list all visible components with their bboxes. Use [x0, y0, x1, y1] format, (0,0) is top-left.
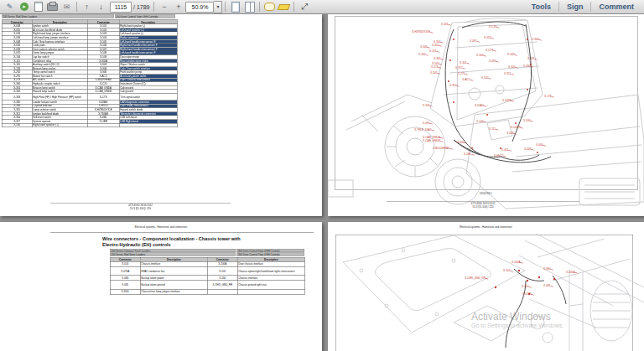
- connector-label: X-308: [532, 38, 539, 40]
- connector-label: X-330: [523, 65, 531, 67]
- model-bar-row: 200 Series Skid Steer Loaders200 Drive C…: [2, 15, 175, 18]
- section-title-line2: Electro-Hydraulic (EH) controls: [102, 242, 312, 248]
- connector-label: X-320: [508, 65, 516, 68]
- connector-label: X-074B: [522, 292, 532, 295]
- page-down-icon: ↓: [99, 3, 103, 11]
- description-cell: Right-hand speaker (+): [32, 123, 87, 127]
- connector-code-cell: X-074A: [110, 266, 140, 276]
- plus-icon: +: [176, 3, 180, 11]
- tab-sign[interactable]: Sign: [558, 2, 591, 12]
- description-cell: [237, 289, 304, 294]
- print-icon[interactable]: [46, 1, 59, 13]
- connector-label: X-HVC1: [494, 154, 504, 157]
- connector-label: X-306: [420, 45, 428, 48]
- connector-label: X-014: [522, 285, 529, 287]
- model-bars: 200 Series Skid Steer Loaders200 Drive C…: [2, 15, 175, 19]
- highlight-button[interactable]: [278, 1, 290, 13]
- description-cell: Chassis option/right-hand boom lights in…: [237, 266, 304, 276]
- two-page-view-button[interactable]: [243, 1, 256, 13]
- connector-label: X-505: [430, 71, 438, 74]
- single-page-view-icon: [231, 2, 240, 13]
- connector-code-cell: X-CHS_GND_RR: [207, 281, 237, 290]
- page-footer: 47714580 19/11/2012 55.3 [55.100] / 219: [50, 203, 231, 210]
- send-icon[interactable]: ➤: [18, 1, 30, 13]
- model-bar-right: 200 Drive Control Type 4 EH Controls: [236, 249, 304, 252]
- toolbar-separator: [153, 2, 154, 12]
- page-component-localization: Electrical systems - Harnesses and conne…: [0, 222, 322, 351]
- connector-label: X-316: [423, 104, 430, 106]
- pencil-icon: ✎: [7, 3, 13, 11]
- connector-label: X-506: [523, 119, 531, 121]
- description-cell: Chassis ground right rear: [237, 281, 304, 290]
- zoom-level-input[interactable]: 50.9%: [185, 2, 214, 13]
- description-cell: High Flow (HF) / High Pressure (HP) swit…: [32, 93, 87, 100]
- header-rule: [50, 232, 314, 233]
- page-number-input[interactable]: 1115: [110, 2, 132, 13]
- printer-icon: [47, 3, 58, 11]
- connector-label: X-311: [504, 72, 511, 75]
- envelope-icon: ✉: [64, 3, 70, 11]
- connector-code-cell: X-200L: [110, 289, 140, 294]
- connector-label: X-031: [441, 23, 449, 25]
- page-footer: 47714580 19/11/2012 55.3 [55.100] / 220: [387, 201, 579, 209]
- connector-label: X-080: [543, 267, 551, 270]
- description-cell: [119, 123, 177, 127]
- connector-label: X-305: [434, 57, 441, 59]
- fullscreen-button[interactable]: ⤢: [298, 1, 310, 13]
- model-bar-row: 200 Series Skid Steer Loaders200 Drive C…: [110, 253, 304, 256]
- connector-label: X-201: [503, 269, 511, 271]
- connector-label: X-DIAG: [475, 104, 484, 106]
- connector-label: X-273: [431, 65, 439, 68]
- connector-label: X-400: [536, 143, 543, 146]
- tab-comment[interactable]: Comment: [590, 2, 641, 12]
- model-bar-left: 200 Series Skid Steer Loaders: [2, 15, 114, 18]
- single-page-view-button[interactable]: [229, 1, 242, 13]
- zoom-in-button[interactable]: +: [172, 1, 184, 13]
- minus-icon: −: [162, 3, 166, 11]
- localization-table: Connector Description Connector Descript…: [110, 257, 305, 295]
- page-up-button[interactable]: ↑: [80, 1, 93, 13]
- table-row: X-200LChassis/rear lamp jumper interface: [110, 289, 304, 294]
- figure-caption: 93109358 1: [328, 192, 644, 194]
- connector-code-cell: X-303: [2, 93, 32, 100]
- edit-icon[interactable]: ✎: [3, 1, 16, 13]
- connector-label: X-406: [457, 141, 465, 143]
- document-viewport[interactable]: 200 Series Skid Steer Loaders200 Drive C…: [0, 14, 644, 351]
- toolbar-separator: [293, 2, 294, 12]
- comment-bubble-icon: [264, 3, 275, 11]
- document-icon: [34, 2, 43, 12]
- page-down-button[interactable]: ↓: [95, 1, 107, 13]
- zoom-out-button[interactable]: −: [158, 1, 170, 13]
- table-row: X-500Right-hand speaker (+): [2, 123, 177, 127]
- connector-label: X-ACC: [462, 78, 470, 80]
- connector-label: X-090: [423, 121, 430, 124]
- connector-label: X-095: [489, 59, 496, 62]
- tab-tools[interactable]: Tools: [524, 2, 558, 12]
- description-cell: Turn signal switch: [119, 93, 177, 100]
- page-up-icon: ↑: [85, 3, 89, 11]
- connector-label: X-CHS_GND_RR: [465, 276, 486, 279]
- connector-label: X-302: [418, 53, 426, 55]
- connector-label: X-301: [460, 61, 467, 64]
- connector-label: X-097: [470, 39, 477, 42]
- page-cab-harness-diagram: X-031X-C20X-HZRDDIODEX-013X-308X-300X-09…: [328, 14, 644, 216]
- connector-label: X-205A: [566, 271, 575, 273]
- connector-label: X-317: [455, 66, 463, 69]
- section-title: Wire connectors - Component localization…: [102, 236, 312, 247]
- footer-line2: 55.3 [55.100] / 220: [387, 205, 579, 209]
- model-bar-right: 200 Drive Control Type 4 EH Controls: [115, 15, 175, 18]
- description-cell: Backup alarm ground: [140, 281, 207, 290]
- connector-label: X-104: [476, 120, 484, 122]
- email-icon[interactable]: ✉: [60, 1, 73, 13]
- save-icon[interactable]: [32, 1, 44, 13]
- page-connector-table: 200 Series Skid Steer Loaders200 Drive C…: [0, 14, 322, 216]
- highlight-icon: [278, 4, 291, 10]
- zoom-dropdown-button[interactable]: ▾: [214, 1, 222, 13]
- model-bar-right: 200 Drive Control Type 4 EH Controls: [236, 253, 304, 256]
- model-bar-left: 200 Series Skid Steer Loaders: [110, 253, 236, 256]
- connector-label: X-058: [506, 132, 514, 134]
- model-bars: 200 Series Compact Track Loaders200 Driv…: [110, 249, 304, 256]
- connector-label: X-C20: [489, 25, 496, 28]
- toolbar-separator: [225, 2, 226, 12]
- comment-bubble-button[interactable]: [263, 1, 276, 13]
